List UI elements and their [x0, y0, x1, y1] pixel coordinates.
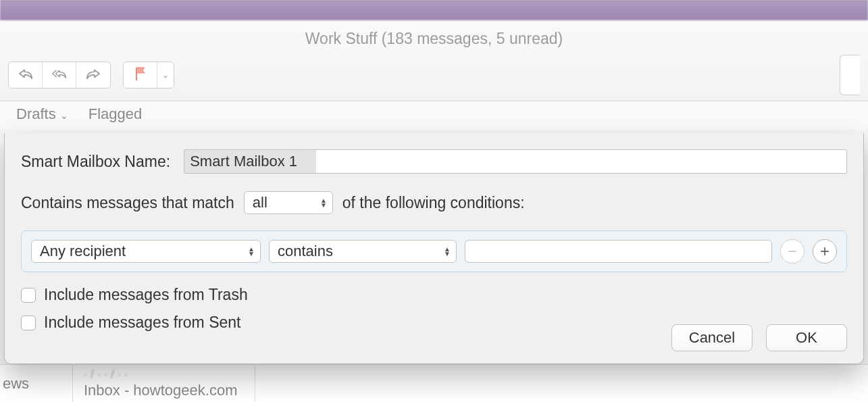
chevron-down-icon: ⌄ — [60, 110, 68, 121]
include-trash-checkbox[interactable] — [21, 288, 36, 303]
match-mode-select[interactable]: all ▲▼ — [244, 191, 333, 214]
message-list-background: ews · / · · / · · Inbox - howtogeek.com — [0, 364, 868, 402]
include-trash-label: Include messages from Trash — [44, 286, 248, 304]
favorites-flagged-label: Flagged — [88, 105, 143, 123]
minus-icon: − — [788, 242, 797, 261]
condition-operator-select[interactable]: contains ▲▼ — [269, 240, 457, 263]
bg-date-fragment: · / · · / · · — [84, 368, 255, 382]
condition-operator-value: contains — [278, 243, 333, 260]
stepper-icon: ▲▼ — [248, 247, 255, 256]
ok-button-label: OK — [796, 329, 817, 347]
forward-button[interactable] — [76, 62, 110, 88]
smart-mailbox-sheet: Smart Mailbox Name: Contains messages th… — [4, 133, 864, 364]
window-header: Work Stuff (183 messages, 5 unread) — [0, 20, 868, 101]
condition-value-input[interactable] — [465, 240, 772, 263]
favorites-drafts-label: Drafts — [16, 105, 56, 123]
chevron-down-icon: ⌄ — [162, 70, 169, 80]
window-title: Work Stuff (183 messages, 5 unread) — [305, 30, 563, 47]
include-sent-label: Include messages from Sent — [44, 313, 240, 332]
stepper-icon: ▲▼ — [444, 247, 451, 256]
reply-all-icon — [52, 68, 67, 82]
favorites-bar: Drafts ⌄ Flagged — [0, 101, 868, 130]
ok-button[interactable]: OK — [766, 324, 847, 351]
bg-text-fragment: ews — [3, 375, 29, 393]
cancel-button-label: Cancel — [689, 329, 735, 347]
flag-dropdown[interactable]: ⌄ — [157, 62, 174, 88]
plus-icon: + — [820, 242, 829, 261]
remove-condition-button[interactable]: − — [780, 239, 805, 263]
condition-field-select[interactable]: Any recipient ▲▼ — [31, 240, 261, 263]
favorites-flagged[interactable]: Flagged — [88, 105, 143, 123]
include-sent-checkbox[interactable] — [21, 316, 36, 330]
cancel-button[interactable]: Cancel — [671, 324, 752, 351]
add-condition-button[interactable]: + — [813, 239, 837, 263]
flag-icon — [134, 66, 147, 84]
flag-button-group: ⌄ — [123, 61, 174, 89]
forward-icon — [86, 68, 101, 82]
mailbox-name-input[interactable] — [184, 149, 847, 174]
stepper-icon: ▲▼ — [320, 198, 327, 207]
bg-mailbox-label: Inbox - howtogeek.com — [84, 382, 255, 399]
nav-button-group — [8, 61, 111, 89]
match-prefix-label: Contains messages that match — [21, 194, 234, 212]
reply-icon — [18, 68, 33, 82]
mailbox-name-label: Smart Mailbox Name: — [21, 153, 170, 171]
condition-field-value: Any recipient — [40, 243, 126, 260]
toolbar: ⌄ — [0, 55, 868, 101]
condition-row: Any recipient ▲▼ contains ▲▼ − + — [21, 230, 847, 272]
reply-all-button[interactable] — [43, 62, 76, 88]
favorites-drafts[interactable]: Drafts ⌄ — [16, 105, 68, 123]
match-mode-value: all — [253, 194, 267, 211]
flag-button[interactable] — [124, 62, 157, 88]
reply-button[interactable] — [9, 62, 43, 88]
match-suffix-label: of the following conditions: — [342, 194, 525, 212]
window-titlebar-background — [0, 0, 868, 20]
truncated-toolbar-item[interactable] — [840, 55, 860, 95]
